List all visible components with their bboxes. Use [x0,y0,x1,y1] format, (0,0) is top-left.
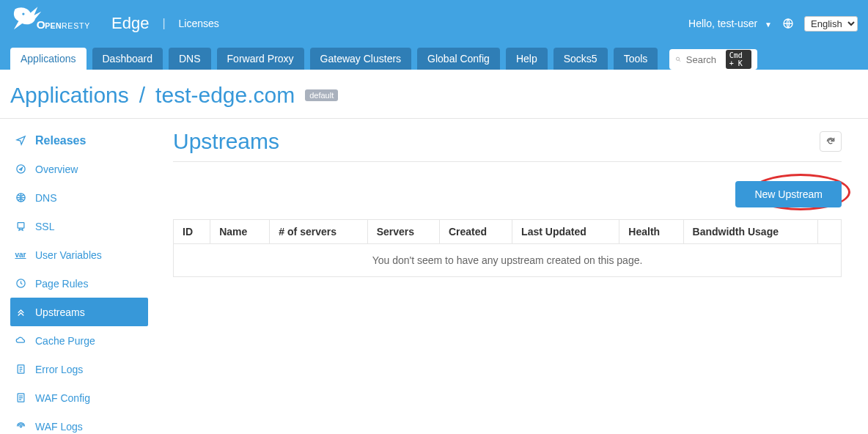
col-num-servers: # of servers [270,220,367,244]
nav-tab-forward-proxy[interactable]: Forward Proxy [217,48,304,70]
page-title: Upstreams [173,129,279,154]
nav-tab-dns[interactable]: DNS [169,48,211,70]
globe-icon [782,18,794,29]
sidebar-item-label: DNS [35,192,57,204]
content-area: Upstreams New Upstream ID Name # of serv… [158,119,868,434]
user-greeting[interactable]: Hello, test-user ▼ [688,18,772,29]
nav-tab-help[interactable]: Help [506,48,548,70]
table-empty-row: You don't seem to have any upstream crea… [174,244,842,277]
breadcrumb-sep: / [139,83,145,108]
breadcrumb-root[interactable]: Applications [10,83,129,108]
col-bandwidth: Bandwidth Usage [683,220,817,244]
svg-point-12 [20,425,22,427]
sidebar-item-ssl[interactable]: SSL [10,212,158,240]
cert-icon [15,221,26,232]
empty-message: You don't seem to have any upstream crea… [174,244,842,277]
refresh-icon [825,136,836,147]
sidebar-item-dns[interactable]: DNS [10,183,158,212]
breadcrumb: Applications / test-edge.com default [0,70,868,119]
col-id: ID [174,220,210,244]
double-chevron-up-icon [15,306,26,317]
col-created: Created [439,220,512,244]
var-icon: var [15,251,26,259]
sidebar: Releases Overview DNS SSL var User Varia… [0,119,158,434]
language-select[interactable]: English [804,16,858,32]
nav-tab-dashboard[interactable]: Dashboard [92,48,163,70]
col-actions [817,220,841,244]
default-badge: default [305,89,338,101]
sidebar-item-upstreams[interactable]: Upstreams [10,298,148,326]
sidebar-item-label: SSL [35,221,54,232]
brand-logo[interactable]: O PEN RESTY Edge [10,0,149,47]
nav-tabs-row: Applications Dashboard DNS Forward Proxy… [0,47,868,70]
sidebar-item-label: Cache Purge [35,335,95,347]
svg-rect-8 [18,223,24,229]
refresh-button[interactable] [820,131,842,152]
caret-down-icon: ▼ [765,21,772,29]
sidebar-item-label: WAF Config [35,392,90,404]
compass-icon [15,163,26,174]
search-icon [675,54,681,65]
header-divider: | [162,17,165,30]
new-upstream-button[interactable]: New Upstream [735,181,842,207]
sidebar-item-label: Error Logs [35,364,83,375]
svg-point-0 [22,12,24,15]
globe-grid-icon [15,192,26,203]
search-kbd-hint: Cmd + K [726,50,752,69]
sidebar-item-waf-config[interactable]: WAF Config [10,383,158,412]
shield-list-icon [15,392,26,403]
sidebar-item-label: User Variables [35,249,102,261]
breadcrumb-current: test-edge.com [155,83,295,108]
sidebar-item-label: Upstreams [35,306,85,318]
file-list-icon [15,364,26,375]
sidebar-item-label: Releases [35,134,86,147]
ripple-icon [15,421,26,432]
col-servers: Servers [367,220,439,244]
clock-icon [15,278,26,289]
svg-text:RESTY: RESTY [62,21,90,30]
paper-plane-icon [15,135,26,146]
sidebar-item-user-variables[interactable]: var User Variables [10,240,158,269]
col-name: Name [210,220,270,244]
col-health: Health [619,220,683,244]
svg-text:PEN: PEN [45,21,62,30]
top-header: O PEN RESTY Edge | Licenses Hello, test-… [0,0,868,47]
licenses-link[interactable]: Licenses [179,18,219,29]
nav-tab-global-config[interactable]: Global Config [417,48,500,70]
col-last-updated: Last Updated [512,220,619,244]
sidebar-item-error-logs[interactable]: Error Logs [10,355,158,383]
svg-point-5 [677,57,680,60]
sidebar-item-page-rules[interactable]: Page Rules [10,269,158,298]
table-header-row: ID Name # of servers Servers Created Las… [174,220,842,244]
hello-text: Hello, test-user [688,18,757,29]
upstreams-table: ID Name # of servers Servers Created Las… [173,219,842,277]
svg-text:O: O [37,18,45,31]
sidebar-item-cache-purge[interactable]: Cache Purge [10,326,158,355]
sidebar-item-label: Page Rules [35,278,88,290]
nav-tab-tools[interactable]: Tools [614,48,658,70]
sidebar-item-label: Overview [35,163,78,175]
nav-tab-applications[interactable]: Applications [10,48,87,70]
nav-tab-gateway-clusters[interactable]: Gateway Clusters [310,48,411,70]
sidebar-item-label: WAF Logs [35,421,83,433]
search-input[interactable] [686,54,721,65]
sidebar-item-releases[interactable]: Releases [10,126,158,155]
nav-tab-socks5[interactable]: Socks5 [553,48,608,70]
cloud-icon [15,335,26,346]
search-box[interactable]: Cmd + K [669,49,757,70]
sidebar-item-overview[interactable]: Overview [10,155,158,183]
brand-sub-label: Edge [111,14,149,33]
sidebar-item-waf-logs[interactable]: WAF Logs [10,412,158,434]
